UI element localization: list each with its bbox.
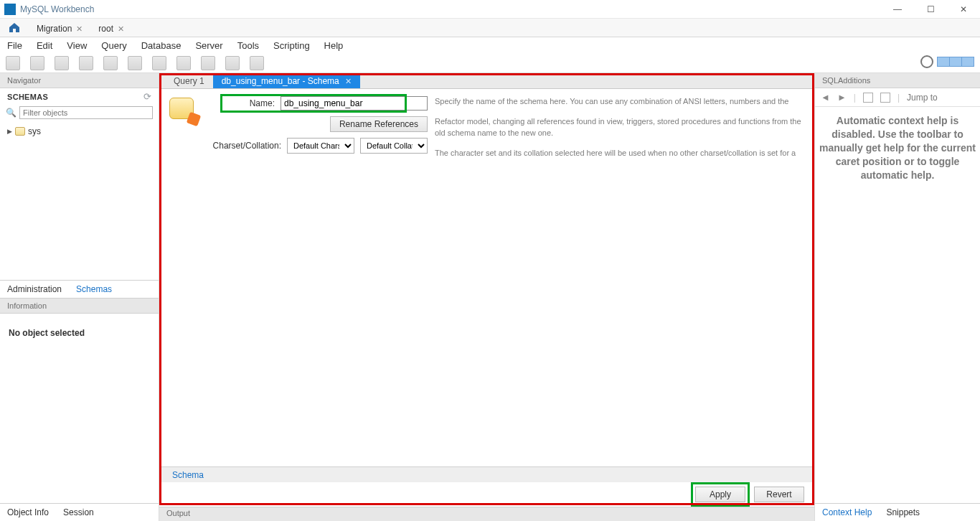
database-icon <box>15 127 25 136</box>
close-icon[interactable]: ✕ <box>118 24 124 34</box>
information-panel: Information No object selected <box>0 298 159 352</box>
tab-label: db_using_menu_bar - Schema <box>222 76 339 86</box>
maximize-button[interactable]: ☐ <box>914 0 947 19</box>
editor-sub-tabs: Schema <box>159 466 814 482</box>
desc-charset: The character set and its collation sele… <box>435 148 807 159</box>
toolbar-icon[interactable] <box>55 56 69 70</box>
search-icon: 🔍 <box>6 108 17 118</box>
minimize-button[interactable]: — <box>881 0 914 19</box>
output-panel-title: Output <box>159 507 814 521</box>
tab-session[interactable]: Session <box>56 504 101 521</box>
menu-file[interactable]: File <box>7 40 22 51</box>
gear-icon[interactable] <box>920 55 933 68</box>
tab-schema-editor[interactable]: db_using_menu_bar - Schema ✕ <box>213 74 360 88</box>
desc-rename: Refactor model, changing all references … <box>435 116 807 139</box>
toolbar-icon[interactable] <box>30 56 44 70</box>
conn-tab-label: root <box>98 24 113 34</box>
toolbar-icon[interactable] <box>6 56 20 70</box>
toolbar-icon[interactable] <box>79 56 93 70</box>
apply-bar: Apply Revert <box>159 482 814 507</box>
document-tab-bar: Query 1 db_using_menu_bar - Schema ✕ <box>159 73 814 89</box>
window-titlebar: MySQL Workbench — ☐ ✕ <box>0 0 980 19</box>
tab-context-help[interactable]: Context Help <box>815 504 879 521</box>
collation-select[interactable]: Default Collation <box>360 138 428 154</box>
information-title: Information <box>0 298 159 314</box>
sub-tab-schema[interactable]: Schema <box>165 470 211 480</box>
revert-button[interactable]: Revert <box>754 487 804 502</box>
aside-tabs: Context Help Snippets <box>815 503 980 521</box>
editor-area: Query 1 db_using_menu_bar - Schema ✕ Nam… <box>159 73 814 521</box>
tab-schemas[interactable]: Schemas <box>69 281 119 298</box>
toolbar-icon[interactable] <box>103 56 118 70</box>
navigator-tabs: Administration Schemas <box>0 280 159 298</box>
toolbar-icon[interactable] <box>201 56 215 70</box>
toolbar-icon[interactable] <box>128 56 142 70</box>
connection-tab-bar: Migration ✕ root ✕ <box>0 19 980 37</box>
tab-object-info[interactable]: Object Info <box>0 504 56 521</box>
information-body: No object selected <box>9 328 85 338</box>
menu-help[interactable]: Help <box>324 40 344 51</box>
schema-tree[interactable]: ▶ sys <box>0 123 159 280</box>
forward-icon[interactable]: ► <box>837 92 847 103</box>
sql-additions-title: SQLAdditions <box>815 73 980 88</box>
highlight-frame-green-apply: Apply <box>691 482 750 507</box>
expand-icon[interactable]: ▶ <box>7 128 12 135</box>
refresh-icon[interactable]: ⟳ <box>143 91 151 102</box>
app-title: MySQL Workbench <box>20 4 94 14</box>
close-icon[interactable]: ✕ <box>345 77 352 86</box>
menu-scripting[interactable]: Scripting <box>273 40 310 51</box>
toolbar-icon[interactable] <box>250 56 264 70</box>
tree-item-sys[interactable]: ▶ sys <box>7 126 151 136</box>
menu-server[interactable]: Server <box>195 40 222 51</box>
tab-query1[interactable]: Query 1 <box>165 74 213 88</box>
filter-input[interactable] <box>19 106 153 119</box>
menu-tools[interactable]: Tools <box>237 40 259 51</box>
tree-item-label: sys <box>28 126 41 136</box>
navigator-bottom-tabs: Object Info Session <box>0 503 159 521</box>
menu-bar: File Edit View Query Database Server Too… <box>0 37 980 53</box>
menu-edit[interactable]: Edit <box>37 40 52 51</box>
context-help-body: Automatic context help is disabled. Use … <box>815 107 980 503</box>
schemas-label: SCHEMAS <box>7 93 48 101</box>
close-button[interactable]: ✕ <box>947 0 980 19</box>
tab-administration[interactable]: Administration <box>0 281 69 298</box>
toolbar-icon[interactable] <box>225 56 240 70</box>
app-icon <box>4 4 16 15</box>
conn-tab-root[interactable]: root ✕ <box>90 21 132 37</box>
main-area: Navigator SCHEMAS ⟳ 🔍 ▶ sys Administrati… <box>0 73 980 521</box>
rename-references-button[interactable]: Rename References <box>330 116 428 132</box>
back-icon[interactable]: ◄ <box>821 92 830 103</box>
home-icon[interactable] <box>7 20 22 34</box>
toolbar-icon[interactable] <box>880 93 890 103</box>
charset-label: Charset/Collation: <box>213 141 281 151</box>
toolbar-icon[interactable] <box>863 93 873 103</box>
navigator-panel: Navigator SCHEMAS ⟳ 🔍 ▶ sys Administrati… <box>0 73 159 521</box>
menu-database[interactable]: Database <box>141 40 182 51</box>
conn-tab-migration[interactable]: Migration ✕ <box>29 21 90 37</box>
description-column: Specify the name of the schema here. You… <box>435 96 807 466</box>
apply-button[interactable]: Apply <box>695 487 745 502</box>
jump-to-label[interactable]: Jump to <box>907 93 938 103</box>
name-label: Name: <box>250 98 275 108</box>
sql-additions-panel: SQLAdditions ◄ ► | | Jump to Automatic c… <box>814 73 980 521</box>
layout-toggle[interactable] <box>938 57 974 67</box>
charset-select[interactable]: Default Charset <box>287 138 354 154</box>
aside-toolbar: ◄ ► | | Jump to <box>815 88 980 107</box>
menu-query[interactable]: Query <box>101 40 126 51</box>
close-icon[interactable]: ✕ <box>76 24 83 34</box>
toolbar-icon[interactable] <box>152 56 166 70</box>
main-toolbar <box>0 53 980 73</box>
schema-icon <box>169 98 198 123</box>
tab-snippets[interactable]: Snippets <box>879 504 927 521</box>
menu-view[interactable]: View <box>67 40 87 51</box>
schema-editor: Name: Rename References Charset/Collatio… <box>159 89 814 466</box>
schema-name-input[interactable] <box>281 96 428 111</box>
desc-name: Specify the name of the schema here. You… <box>435 96 807 108</box>
tab-label: Query 1 <box>174 76 204 86</box>
toolbar-icon[interactable] <box>176 56 191 70</box>
navigator-title: Navigator <box>0 73 159 88</box>
conn-tab-label: Migration <box>37 24 72 34</box>
